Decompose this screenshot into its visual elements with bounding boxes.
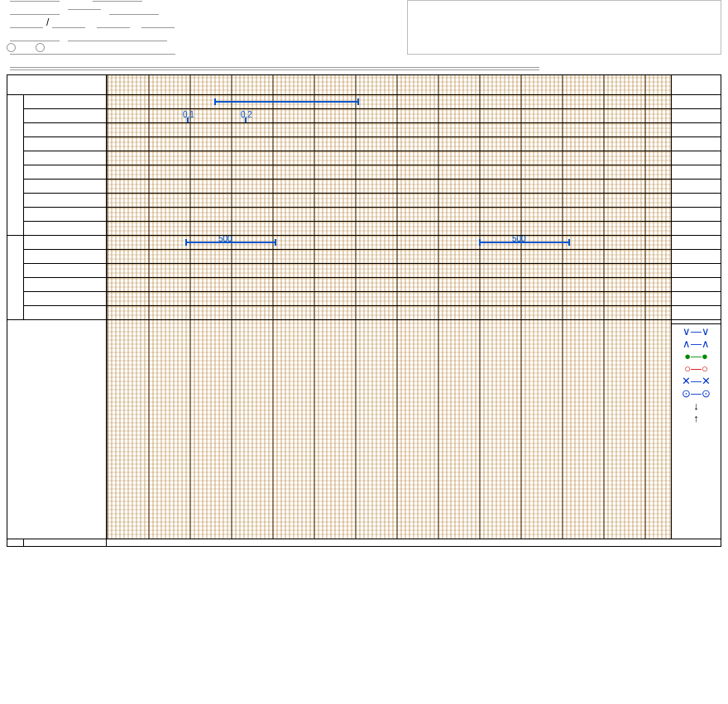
time-axis: [107, 75, 672, 95]
special-input[interactable]: [421, 6, 716, 49]
elective-radio[interactable]: [7, 43, 16, 52]
total-header: [672, 75, 721, 95]
vitals-chart: [107, 320, 672, 539]
bp-dia[interactable]: [52, 17, 85, 28]
drug-name-1: [24, 109, 107, 123]
nyha-value[interactable]: [10, 3, 60, 15]
anesth-section-label: [7, 95, 24, 236]
time-header: [7, 75, 107, 95]
drug-total-0: [672, 95, 721, 109]
preop-value[interactable]: [68, 30, 167, 41]
drug-row-0: [107, 95, 672, 109]
drug-total-1: [672, 109, 721, 123]
drug-name-0: [24, 95, 107, 109]
main-chart-table: 0.10.2 500500 ∨—∨: [7, 74, 721, 547]
infusion-name-0: [24, 236, 107, 250]
legend-header: [672, 320, 721, 324]
drug-row-1: 0.10.2: [107, 109, 672, 123]
events-left-label: [7, 539, 24, 547]
special-box: [407, 0, 721, 55]
events-right-label: [24, 539, 107, 547]
chart-axes: [7, 320, 107, 539]
method-value[interactable]: [10, 54, 175, 55]
bp-sys[interactable]: [10, 17, 43, 28]
events-list: [107, 539, 721, 547]
hospital-id-value[interactable]: [10, 1, 60, 2]
resp-value[interactable]: [141, 17, 175, 28]
planned-value[interactable]: [10, 69, 539, 70]
emergency-radio[interactable]: [36, 43, 45, 52]
infusion-total-0: [672, 236, 721, 250]
pos-value[interactable]: [10, 30, 60, 41]
asa-value[interactable]: [93, 1, 142, 2]
preop-diag-value[interactable]: [10, 56, 539, 68]
blood-type-value[interactable]: [68, 9, 101, 10]
pulse-value[interactable]: [97, 17, 130, 28]
temp-value[interactable]: [109, 3, 159, 15]
infusion-section-label: [7, 236, 24, 320]
infusion-row-0: 500500: [107, 236, 672, 250]
legend-box: ∨—∨ ∧—∧ ●—● ○—○ ✕—✕ ⊙—⊙ ↓ ↑: [672, 320, 721, 539]
